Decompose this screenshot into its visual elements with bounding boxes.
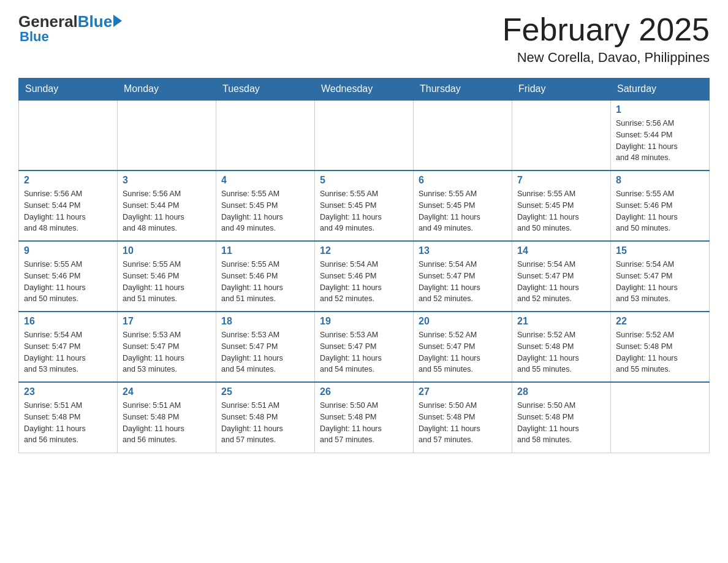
calendar-cell: 6Sunrise: 5:55 AM Sunset: 5:45 PM Daylig… (414, 170, 512, 241)
day-number: 27 (419, 386, 507, 397)
day-number: 1 (616, 104, 704, 115)
logo-area: General Blue Blue (18, 12, 122, 45)
day-number: 22 (616, 316, 704, 327)
calendar-cell: 7Sunrise: 5:55 AM Sunset: 5:45 PM Daylig… (512, 170, 611, 241)
day-number: 26 (320, 386, 408, 397)
day-number: 24 (123, 386, 211, 397)
day-info: Sunrise: 5:52 AM Sunset: 5:48 PM Dayligh… (616, 329, 704, 375)
calendar-cell: 24Sunrise: 5:51 AM Sunset: 5:48 PM Dayli… (118, 382, 216, 453)
day-number: 14 (517, 245, 605, 256)
calendar-cell (611, 382, 710, 453)
calendar-cell: 8Sunrise: 5:55 AM Sunset: 5:46 PM Daylig… (611, 170, 710, 241)
header-cell-sunday: Sunday (19, 79, 118, 101)
calendar-cell: 1Sunrise: 5:56 AM Sunset: 5:44 PM Daylig… (611, 100, 710, 170)
page-container: General Blue Blue February 2025 New Core… (0, 0, 728, 465)
calendar-cell: 11Sunrise: 5:55 AM Sunset: 5:46 PM Dayli… (216, 241, 315, 312)
calendar-cell: 26Sunrise: 5:50 AM Sunset: 5:48 PM Dayli… (315, 382, 414, 453)
day-number: 5 (320, 175, 408, 186)
day-info: Sunrise: 5:55 AM Sunset: 5:45 PM Dayligh… (517, 188, 605, 234)
day-number: 2 (24, 175, 112, 186)
day-info: Sunrise: 5:55 AM Sunset: 5:45 PM Dayligh… (221, 188, 309, 234)
calendar-cell (216, 100, 315, 170)
day-number: 18 (221, 316, 309, 327)
day-info: Sunrise: 5:51 AM Sunset: 5:48 PM Dayligh… (123, 400, 211, 446)
day-info: Sunrise: 5:52 AM Sunset: 5:47 PM Dayligh… (419, 329, 507, 375)
calendar-cell: 17Sunrise: 5:53 AM Sunset: 5:47 PM Dayli… (118, 312, 216, 382)
logo-sub: Blue (20, 29, 49, 45)
calendar-cell: 20Sunrise: 5:52 AM Sunset: 5:47 PM Dayli… (414, 312, 512, 382)
day-info: Sunrise: 5:54 AM Sunset: 5:46 PM Dayligh… (320, 259, 408, 305)
day-number: 10 (123, 245, 211, 256)
day-info: Sunrise: 5:51 AM Sunset: 5:48 PM Dayligh… (221, 400, 309, 446)
day-number: 25 (221, 386, 309, 397)
day-number: 28 (517, 386, 605, 397)
day-number: 15 (616, 245, 704, 256)
day-info: Sunrise: 5:54 AM Sunset: 5:47 PM Dayligh… (616, 259, 704, 305)
day-info: Sunrise: 5:55 AM Sunset: 5:46 PM Dayligh… (616, 188, 704, 234)
calendar-cell: 12Sunrise: 5:54 AM Sunset: 5:46 PM Dayli… (315, 241, 414, 312)
day-info: Sunrise: 5:50 AM Sunset: 5:48 PM Dayligh… (320, 400, 408, 446)
calendar-cell: 13Sunrise: 5:54 AM Sunset: 5:47 PM Dayli… (414, 241, 512, 312)
day-number: 13 (419, 245, 507, 256)
calendar-cell (512, 100, 611, 170)
day-number: 8 (616, 175, 704, 186)
calendar-cell: 18Sunrise: 5:53 AM Sunset: 5:47 PM Dayli… (216, 312, 315, 382)
day-number: 3 (123, 175, 211, 186)
calendar-cell: 19Sunrise: 5:53 AM Sunset: 5:47 PM Dayli… (315, 312, 414, 382)
day-number: 12 (320, 245, 408, 256)
day-number: 23 (24, 386, 112, 397)
day-number: 17 (123, 316, 211, 327)
calendar-cell: 25Sunrise: 5:51 AM Sunset: 5:48 PM Dayli… (216, 382, 315, 453)
day-info: Sunrise: 5:54 AM Sunset: 5:47 PM Dayligh… (24, 329, 112, 375)
day-info: Sunrise: 5:55 AM Sunset: 5:45 PM Dayligh… (320, 188, 408, 234)
calendar-cell: 22Sunrise: 5:52 AM Sunset: 5:48 PM Dayli… (611, 312, 710, 382)
calendar-cell: 23Sunrise: 5:51 AM Sunset: 5:48 PM Dayli… (19, 382, 118, 453)
calendar-cell: 2Sunrise: 5:56 AM Sunset: 5:44 PM Daylig… (19, 170, 118, 241)
header-cell-friday: Friday (512, 79, 611, 101)
header-section: General Blue Blue February 2025 New Core… (18, 12, 710, 66)
title-area: February 2025 New Corella, Davao, Philip… (502, 12, 710, 66)
day-info: Sunrise: 5:51 AM Sunset: 5:48 PM Dayligh… (24, 400, 112, 446)
day-number: 4 (221, 175, 309, 186)
day-number: 21 (517, 316, 605, 327)
day-info: Sunrise: 5:53 AM Sunset: 5:47 PM Dayligh… (320, 329, 408, 375)
calendar-cell: 9Sunrise: 5:55 AM Sunset: 5:46 PM Daylig… (19, 241, 118, 312)
day-number: 16 (24, 316, 112, 327)
day-number: 6 (419, 175, 507, 186)
day-number: 11 (221, 245, 309, 256)
week-row-5: 23Sunrise: 5:51 AM Sunset: 5:48 PM Dayli… (19, 382, 710, 453)
day-info: Sunrise: 5:53 AM Sunset: 5:47 PM Dayligh… (221, 329, 309, 375)
header-cell-monday: Monday (118, 79, 216, 101)
day-info: Sunrise: 5:53 AM Sunset: 5:47 PM Dayligh… (123, 329, 211, 375)
calendar-cell: 3Sunrise: 5:56 AM Sunset: 5:44 PM Daylig… (118, 170, 216, 241)
day-info: Sunrise: 5:55 AM Sunset: 5:45 PM Dayligh… (419, 188, 507, 234)
day-number: 20 (419, 316, 507, 327)
day-number: 9 (24, 245, 112, 256)
week-row-1: 1Sunrise: 5:56 AM Sunset: 5:44 PM Daylig… (19, 100, 710, 170)
calendar-cell: 28Sunrise: 5:50 AM Sunset: 5:48 PM Dayli… (512, 382, 611, 453)
header-cell-tuesday: Tuesday (216, 79, 315, 101)
header-cell-wednesday: Wednesday (315, 79, 414, 101)
day-info: Sunrise: 5:56 AM Sunset: 5:44 PM Dayligh… (24, 188, 112, 234)
calendar-cell (315, 100, 414, 170)
day-info: Sunrise: 5:56 AM Sunset: 5:44 PM Dayligh… (616, 118, 704, 164)
header-cell-saturday: Saturday (611, 79, 710, 101)
calendar-cell (19, 100, 118, 170)
week-row-4: 16Sunrise: 5:54 AM Sunset: 5:47 PM Dayli… (19, 312, 710, 382)
day-info: Sunrise: 5:50 AM Sunset: 5:48 PM Dayligh… (419, 400, 507, 446)
calendar-subtitle: New Corella, Davao, Philippines (502, 50, 710, 66)
day-info: Sunrise: 5:55 AM Sunset: 5:46 PM Dayligh… (24, 259, 112, 305)
calendar-cell (414, 100, 512, 170)
calendar-cell: 21Sunrise: 5:52 AM Sunset: 5:48 PM Dayli… (512, 312, 611, 382)
logo-blue: Blue (78, 12, 112, 31)
day-info: Sunrise: 5:55 AM Sunset: 5:46 PM Dayligh… (123, 259, 211, 305)
day-info: Sunrise: 5:54 AM Sunset: 5:47 PM Dayligh… (419, 259, 507, 305)
calendar-cell: 15Sunrise: 5:54 AM Sunset: 5:47 PM Dayli… (611, 241, 710, 312)
calendar-body: 1Sunrise: 5:56 AM Sunset: 5:44 PM Daylig… (19, 100, 710, 453)
calendar-cell: 4Sunrise: 5:55 AM Sunset: 5:45 PM Daylig… (216, 170, 315, 241)
week-row-3: 9Sunrise: 5:55 AM Sunset: 5:46 PM Daylig… (19, 241, 710, 312)
day-number: 7 (517, 175, 605, 186)
calendar-cell: 27Sunrise: 5:50 AM Sunset: 5:48 PM Dayli… (414, 382, 512, 453)
calendar-cell: 14Sunrise: 5:54 AM Sunset: 5:47 PM Dayli… (512, 241, 611, 312)
calendar-header: SundayMondayTuesdayWednesdayThursdayFrid… (19, 79, 710, 101)
